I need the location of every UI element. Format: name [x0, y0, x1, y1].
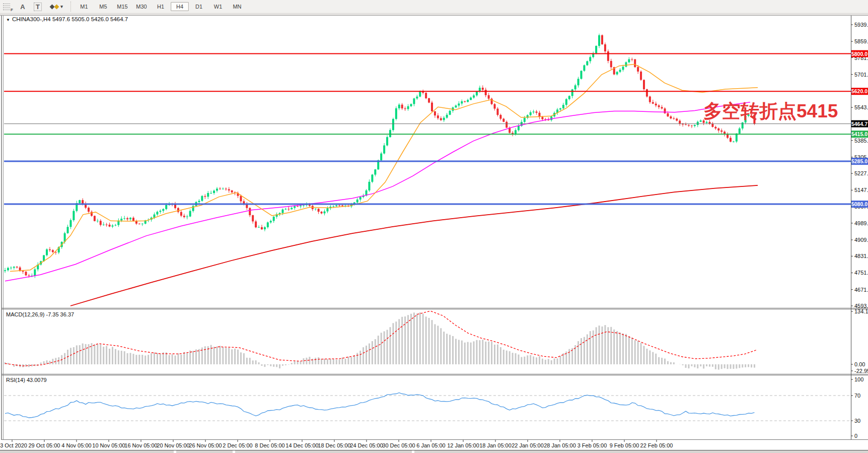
- rsi-scale-label: 70: [854, 393, 860, 399]
- price-tick-label: 5543.0: [854, 104, 868, 110]
- svg-text:5285.0: 5285.0: [851, 158, 867, 164]
- macd-scale-label: 0.00: [854, 361, 865, 367]
- timeframe-button-w1[interactable]: W1: [209, 2, 227, 11]
- toolbar-separator: [70, 2, 71, 12]
- price-tick-label: 5701.0: [854, 72, 868, 78]
- date-tick-label: 16 Nov 05:00: [124, 442, 157, 448]
- cycles-arrows-tool-icon[interactable]: ▾: [46, 1, 66, 12]
- annotation-text: 多空转折点5415: [703, 101, 838, 121]
- date-tick-label: 30 Dec 05:00: [382, 442, 415, 448]
- drawing-tools-group: FAT▾: [0, 0, 67, 14]
- timeframe-button-h4[interactable]: H4: [171, 2, 189, 11]
- timeframe-button-m5[interactable]: M5: [94, 2, 112, 11]
- rsi-scale-label: 100: [854, 376, 863, 382]
- price-tick-label: 5227.0: [854, 170, 868, 176]
- svg-text:5620.0: 5620.0: [851, 88, 867, 94]
- timeframe-button-m30[interactable]: M30: [132, 2, 151, 11]
- date-tick-label: 26 Nov 05:00: [189, 442, 222, 448]
- rsi-scale-label: 30: [854, 418, 860, 424]
- timeframe-button-m1[interactable]: M1: [75, 2, 93, 11]
- date-tick-label: 18 Jan 05:00: [479, 442, 512, 448]
- date-tick-label: 6 Jan 05:00: [416, 442, 446, 448]
- date-tick-label: 10 Nov 05:00: [92, 442, 125, 448]
- svg-text:5464.7: 5464.7: [851, 121, 867, 127]
- rsi-scale-label: 0: [854, 433, 857, 439]
- price-tick-label: 4989.0: [854, 220, 868, 226]
- macd-scale-label: 134.11: [854, 308, 868, 314]
- timeframe-button-mn[interactable]: MN: [228, 2, 246, 11]
- price-tick-label: 4671.0: [854, 287, 868, 293]
- date-tick-label: 12 Jan 05:00: [447, 442, 479, 448]
- price-tick-label: 5939.0: [854, 22, 868, 28]
- top-toolbar: FAT▾ M1M5M15M30H1H4D1W1MN: [0, 0, 868, 14]
- date-tick-label: 22 Feb 05:00: [640, 442, 673, 448]
- period-separators-icon[interactable]: F: [1, 1, 14, 12]
- text-label-tool-icon[interactable]: A: [16, 1, 29, 12]
- price-tick-label: 5385.0: [854, 138, 868, 144]
- date-tick-label: 24 Dec 05:00: [350, 442, 383, 448]
- chart-area[interactable]: ▼CHINA300-,H4 5497.6 5505.0 5426.0 5464.…: [0, 14, 868, 450]
- date-tick-label: 14 Dec 05:00: [285, 442, 318, 448]
- price-tick-label: 4831.0: [854, 253, 868, 259]
- price-tick-label: 4909.0: [854, 237, 868, 243]
- svg-text:5800.0: 5800.0: [851, 51, 867, 57]
- price-badge-current-price: 5464.7: [851, 120, 868, 127]
- svg-text:▼: ▼: [6, 18, 10, 22]
- date-tick-label: 22 Jan 05:00: [512, 442, 544, 448]
- price-badge-pivot: 5415.0: [851, 131, 868, 138]
- date-tick-label: 8 Dec 05:00: [255, 442, 284, 448]
- price-tick-label: 4751.0: [854, 270, 868, 276]
- svg-text:CHINA300-,H4 5497.6 5505.0 542: CHINA300-,H4 5497.6 5505.0 5426.0 5464.7: [12, 16, 128, 22]
- date-tick-label: 29 Oct 05:00: [29, 442, 60, 448]
- timeframe-button-h1[interactable]: H1: [152, 2, 170, 11]
- date-tick-label: 20 Nov 05:00: [157, 442, 189, 448]
- bottom-panel-edge: [0, 450, 868, 453]
- date-tick-label: 28 Jan 05:00: [544, 442, 576, 448]
- macd-label: MACD(12,26,9) -7.35 36.37: [6, 311, 74, 317]
- date-tick-label: 23 Oct 2020: [0, 442, 27, 448]
- date-tick-label: 4 Nov 05:00: [61, 442, 91, 448]
- date-tick-label: 9 Feb 05:00: [610, 442, 639, 448]
- price-badge-support: 5080.0: [851, 201, 868, 208]
- svg-text:5415.0: 5415.0: [851, 131, 867, 137]
- price-badge-resistance: 5800.0: [851, 50, 868, 57]
- svg-text:5080.0: 5080.0: [851, 201, 867, 207]
- timeframe-button-m15[interactable]: M15: [113, 2, 131, 11]
- timeframe-buttons-group: M1M5M15M30H1H4D1W1MN: [75, 0, 247, 14]
- chart-title: ▼CHINA300-,H4 5497.6 5505.0 5426.0 5464.…: [6, 16, 128, 22]
- text-box-tool-icon[interactable]: T: [31, 1, 44, 12]
- date-tick-label: 3 Feb 05:00: [577, 442, 607, 448]
- date-tick-label: 18 Dec 05:00: [318, 442, 350, 448]
- rsi-label: RSI(14) 43.0079: [6, 377, 47, 383]
- price-badge-support: 5285.0: [851, 158, 868, 165]
- price-badge-resistance: 5620.0: [851, 88, 868, 95]
- timeframe-button-d1[interactable]: D1: [190, 2, 208, 11]
- price-tick-label: 5147.0: [854, 187, 868, 193]
- macd-scale-label: -22.95: [854, 368, 868, 374]
- date-tick-label: 2 Dec 05:00: [223, 442, 252, 448]
- price-tick-label: 5859.0: [854, 38, 868, 44]
